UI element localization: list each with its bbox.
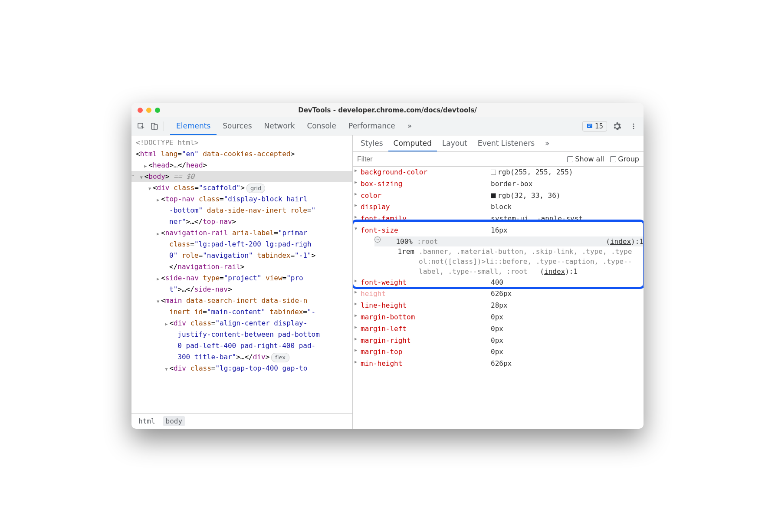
subtab-eventlisteners[interactable]: Event Listeners bbox=[473, 135, 540, 151]
tab-network[interactable]: Network bbox=[258, 117, 301, 135]
more-icon[interactable] bbox=[627, 120, 640, 133]
swatch-icon bbox=[491, 170, 496, 175]
prop-color[interactable]: ▶colorrgb(32, 33, 36) bbox=[353, 190, 644, 202]
dom-maindiv2[interactable]: ▼<div class="lg:gap-top-400 gap-to bbox=[131, 363, 352, 374]
prop-min-height[interactable]: ▶min-height626px bbox=[353, 358, 644, 370]
prop-box-sizing[interactable]: ▶box-sizingborder-box bbox=[353, 178, 644, 190]
prop-font-weight[interactable]: ▶font-weight400 bbox=[353, 277, 644, 289]
prop-display[interactable]: ▶displayblock bbox=[353, 201, 644, 213]
showall-checkbox[interactable]: Show all bbox=[567, 155, 604, 163]
dom-body-selected[interactable]: ▼<body> == $0 bbox=[131, 171, 352, 182]
svg-rect-2 bbox=[154, 125, 158, 129]
settings-icon[interactable] bbox=[611, 120, 624, 133]
dom-tree[interactable]: <!DOCTYPE html> <html lang="en" data-coo… bbox=[131, 135, 352, 413]
prop-background-color[interactable]: ▶background-colorrgb(255, 255, 255) bbox=[353, 167, 644, 178]
crumb-html[interactable]: html bbox=[136, 416, 158, 426]
prop-margin-left[interactable]: ▶margin-left0px bbox=[353, 323, 644, 335]
doctype: <!DOCTYPE html> bbox=[136, 138, 199, 147]
issues-badge[interactable]: 15 bbox=[582, 121, 607, 131]
svg-point-6 bbox=[633, 128, 634, 129]
dom-navrail[interactable]: ▶<navigation-rail aria-label="primar bbox=[131, 227, 352, 239]
subtab-computed[interactable]: Computed bbox=[388, 135, 437, 151]
issues-count: 15 bbox=[595, 122, 603, 130]
main-tabs: Elements Sources Network Console Perform… bbox=[170, 117, 418, 135]
navigate-icon[interactable]: → bbox=[374, 236, 381, 243]
inspect-element-icon[interactable] bbox=[135, 120, 148, 133]
prop-font-size[interactable]: ▼font-size16px bbox=[353, 225, 644, 236]
tab-elements[interactable]: Elements bbox=[170, 117, 217, 135]
filter-input[interactable] bbox=[357, 155, 561, 163]
dom-head[interactable]: ▶<head>…</head> bbox=[131, 160, 352, 171]
source-link[interactable]: (index):1 bbox=[540, 267, 578, 276]
dom-topnav[interactable]: ▶<top-nav class="display-block hairl bbox=[131, 194, 352, 205]
styles-sidebar: Styles Computed Layout Event Listeners »… bbox=[353, 135, 644, 429]
group-checkbox[interactable]: Group bbox=[610, 155, 639, 163]
svg-rect-3 bbox=[587, 124, 592, 128]
titlebar: DevTools - developer.chrome.com/docs/dev… bbox=[131, 103, 644, 117]
main-toolbar: Elements Sources Network Console Perform… bbox=[131, 117, 644, 135]
tab-sources[interactable]: Sources bbox=[217, 117, 258, 135]
prop-height[interactable]: ▶height626px bbox=[353, 288, 644, 300]
prop-font-family[interactable]: ▶font-familysystem-ui, -apple-syst bbox=[353, 213, 644, 225]
dom-maindiv1[interactable]: ▶<div class="align-center display- bbox=[131, 318, 352, 329]
tab-performance[interactable]: Performance bbox=[342, 117, 401, 135]
svg-point-4 bbox=[633, 123, 634, 125]
window-title: DevTools - developer.chrome.com/docs/dev… bbox=[131, 106, 644, 114]
crumb-body[interactable]: body bbox=[163, 416, 185, 426]
subtab-styles[interactable]: Styles bbox=[355, 135, 388, 151]
prop-margin-top[interactable]: ▶margin-top0px bbox=[353, 346, 644, 358]
dom-scaffold[interactable]: ▼<div class="scaffold">grid bbox=[131, 182, 352, 194]
breadcrumb: html body bbox=[131, 413, 352, 429]
font-size-trace: → 100% :root (index):1 1rem .banner, .ma… bbox=[353, 236, 644, 277]
subtabs-overflow-icon[interactable]: » bbox=[540, 135, 555, 151]
svg-point-5 bbox=[633, 125, 634, 127]
prop-line-height[interactable]: ▶line-height28px bbox=[353, 300, 644, 312]
trace-row-2[interactable]: 1rem .banner, .material-button, .skip-li… bbox=[374, 246, 644, 277]
prop-margin-right[interactable]: ▶margin-right0px bbox=[353, 335, 644, 347]
devtools-window: DevTools - developer.chrome.com/docs/dev… bbox=[131, 103, 644, 429]
dom-main[interactable]: ▼<main data-search-inert data-side-n bbox=[131, 295, 352, 306]
computed-pane: ▶background-colorrgb(255, 255, 255) ▶box… bbox=[353, 167, 644, 429]
device-toolbar-icon[interactable] bbox=[148, 120, 161, 133]
prop-margin-bottom[interactable]: ▶margin-bottom0px bbox=[353, 312, 644, 323]
sidebar-tabs: Styles Computed Layout Event Listeners » bbox=[353, 135, 644, 152]
tabs-overflow-icon[interactable]: » bbox=[401, 117, 418, 135]
swatch-icon bbox=[491, 193, 496, 198]
subtab-layout[interactable]: Layout bbox=[437, 135, 473, 151]
filter-bar: Show all Group bbox=[353, 152, 644, 167]
elements-panel: <!DOCTYPE html> <html lang="en" data-coo… bbox=[131, 135, 353, 429]
tab-console[interactable]: Console bbox=[301, 117, 342, 135]
dom-html[interactable]: <html lang="en" data-cookies-accepted> bbox=[131, 148, 352, 160]
source-link[interactable]: (index):1 bbox=[606, 236, 644, 246]
divider bbox=[164, 122, 164, 131]
trace-row-1[interactable]: → 100% :root (index):1 bbox=[374, 236, 644, 246]
dom-sidenav[interactable]: ▶<side-nav type="project" view="pro bbox=[131, 273, 352, 284]
